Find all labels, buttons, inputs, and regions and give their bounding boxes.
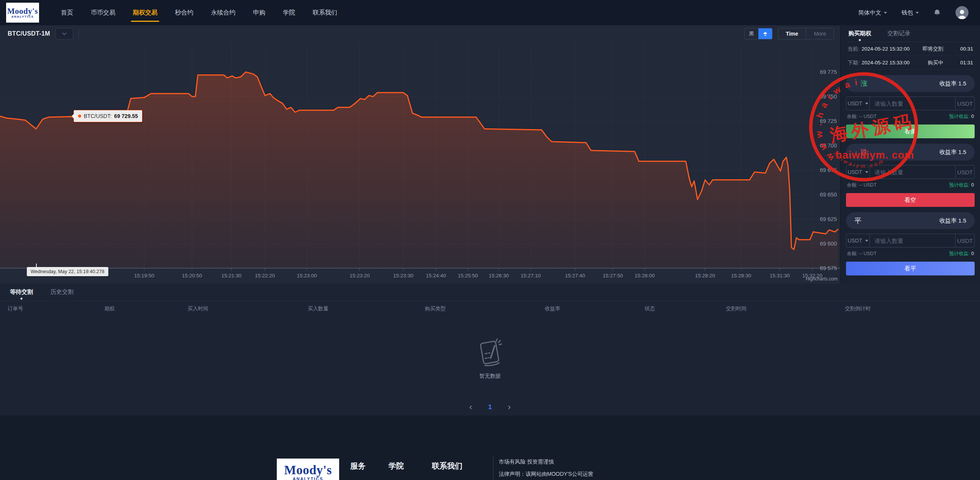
nav-item-2[interactable]: 期权交易	[124, 0, 166, 25]
time-button[interactable]: Time	[778, 28, 806, 39]
period-countdown: 00:31	[953, 46, 973, 52]
theme-light-button[interactable]	[758, 28, 772, 39]
y-axis-label: 69 700	[820, 143, 837, 149]
interval-group: Time More	[778, 28, 834, 39]
orders-table-header: 订单号期权买入时间买入数量购买类型收益率状态交割时间交割倒计时	[0, 301, 980, 316]
panel-tab-1[interactable]: 交割记录	[887, 30, 910, 37]
theme-toggle: 黑	[744, 28, 773, 39]
trend-down-card: ↓跌收益率 1.5USDTUSDT余额: -- USDT预计收益:0看空	[846, 144, 975, 207]
nav-item-3[interactable]: 秒合约	[166, 0, 202, 25]
nav-item-4[interactable]: 永续合约	[202, 0, 244, 25]
x-axis-label: 15:27:40	[565, 273, 585, 278]
x-axis-label: 15:20:50	[182, 273, 202, 278]
period-countdown: 01:31	[953, 60, 973, 66]
amount-input[interactable]	[870, 234, 955, 247]
x-axis-label: 15:21:30	[221, 273, 242, 278]
profit-value: 0	[971, 182, 974, 188]
user-avatar[interactable]	[956, 6, 969, 19]
amount-input-group: USDTUSDT	[846, 97, 975, 110]
nav-item-7[interactable]: 联系我们	[304, 0, 346, 25]
buy-down-button[interactable]: 看空	[846, 193, 975, 207]
buy-flat-button[interactable]: 看平	[846, 262, 975, 275]
currency-suffix: USDT	[955, 165, 974, 179]
column-header-5: 收益率	[545, 305, 645, 312]
chevron-down-icon	[884, 12, 887, 14]
column-header-8: 交割倒计时	[845, 305, 980, 312]
orders-tabs: 等待交割历史交割	[0, 283, 980, 301]
amount-input[interactable]	[870, 97, 955, 110]
chevron-down-icon	[865, 240, 868, 242]
nav-item-6[interactable]: 学院	[274, 0, 304, 25]
chart-canvas: 69 77569 75069 72569 70069 67569 65069 6…	[0, 42, 840, 283]
pagination: ‹ 1 ›	[0, 399, 980, 416]
currency-select[interactable]: USDT	[846, 165, 870, 179]
buy-up-button[interactable]: 看多	[846, 125, 975, 138]
period-label: 当前:	[848, 46, 859, 52]
legal-notice: 法律声明：该网站由MOODY'S公司运营	[499, 471, 593, 478]
symbol-select-button[interactable]	[56, 28, 73, 39]
divider	[78, 29, 79, 38]
orders-tab-1[interactable]: 历史交割	[51, 288, 74, 296]
period-row-0: 当前:2024-05-22 15:32:00即将交割00:31	[846, 42, 975, 56]
panel-tab-0[interactable]: 购买期权	[848, 30, 871, 37]
page-number[interactable]: 1	[488, 403, 492, 411]
chart-section: BTC/USDT-1M 黑	[0, 25, 840, 283]
bell-icon[interactable]	[933, 8, 941, 17]
balance-row: 余额: -- USDT预计收益:0	[846, 251, 975, 257]
no-data-label: 暂无数据	[479, 373, 501, 380]
y-axis-label: 69 650	[820, 192, 837, 198]
lamp-icon	[763, 31, 768, 37]
nav-item-5[interactable]: 申购	[244, 0, 274, 25]
prev-page-button[interactable]: ‹	[469, 403, 472, 411]
y-axis-label: 69 750	[820, 93, 837, 100]
x-axis-label: 15:26:30	[489, 273, 509, 278]
profit-wrap: 预计收益:0	[949, 251, 974, 257]
period-status: 购买中	[928, 59, 944, 66]
column-header-4: 购买类型	[425, 305, 545, 312]
column-header-1: 期权	[105, 305, 188, 312]
price-chart[interactable]: 69 77569 75069 72569 70069 67569 65069 6…	[0, 42, 840, 283]
profit-label: 预计收益:	[949, 182, 970, 188]
currency-select[interactable]: USDT	[846, 234, 870, 247]
profit-wrap: 预计收益:0	[949, 182, 974, 188]
period-row-1: 下期:2024-05-22 15:33:00购买中01:31	[846, 56, 975, 70]
theme-dark-button[interactable]: 黑	[745, 28, 758, 39]
footer-link-1[interactable]: 学院	[389, 461, 404, 471]
amount-input-group: USDTUSDT	[846, 165, 975, 179]
column-header-2: 买入时间	[188, 305, 308, 312]
crosshair-tooltip: Wednesday, May 22, 15:19:40.278	[27, 267, 108, 276]
trend-header: 平收益率 1.5	[846, 212, 975, 229]
footer-link-2[interactable]: 联系我们	[432, 461, 462, 471]
x-axis-label: 15:28:30	[731, 273, 751, 278]
x-axis-label: 15:28:20	[695, 273, 715, 278]
language-dropdown[interactable]: 简体中文	[858, 9, 887, 16]
period-time: 2024-05-22 15:32:00	[862, 46, 910, 52]
rate-label: 收益率 1.5	[939, 217, 966, 224]
amount-input[interactable]	[870, 165, 955, 179]
brand-name: Moody's	[284, 464, 332, 477]
orders-tab-0[interactable]: 等待交割	[10, 288, 33, 296]
wallet-dropdown[interactable]: 钱包	[902, 9, 919, 16]
trend-arrow-icon: ↓	[854, 149, 858, 156]
trade-area: BTC/USDT-1M 黑	[0, 25, 980, 283]
nav-item-1[interactable]: 币币交易	[82, 0, 124, 25]
nav-menu: 首页币币交易期权交易秒合约永续合约申购学院联系我们	[52, 0, 346, 25]
trend-name: 平	[854, 216, 861, 225]
orders-empty-state: 暂无数据	[0, 316, 980, 399]
brand-logo[interactable]: Moody's ANALYTICS	[6, 3, 39, 23]
balance-label: 余额: -- USDT	[847, 182, 877, 188]
tooltip-label: BTC/USDT:	[84, 113, 111, 119]
x-axis-label: 15:23:30	[393, 273, 413, 278]
y-axis-label: 69 600	[820, 241, 837, 247]
next-page-button[interactable]: ›	[508, 403, 511, 411]
more-button[interactable]: More	[806, 28, 834, 39]
chart-toolbar: BTC/USDT-1M 黑	[0, 25, 840, 42]
balance-label: 余额: -- USDT	[847, 251, 877, 257]
nav-item-0[interactable]: 首页	[52, 0, 82, 25]
trend-name: 跌	[861, 147, 867, 157]
orders-section: 等待交割历史交割 订单号期权买入时间买入数量购买类型收益率状态交割时间交割倒计时…	[0, 283, 980, 416]
amount-input-group: USDTUSDT	[846, 234, 975, 247]
footer-link-0[interactable]: 服务	[350, 461, 366, 471]
currency-select[interactable]: USDT	[846, 97, 870, 110]
chart-credit: Highcharts.com	[806, 276, 838, 282]
